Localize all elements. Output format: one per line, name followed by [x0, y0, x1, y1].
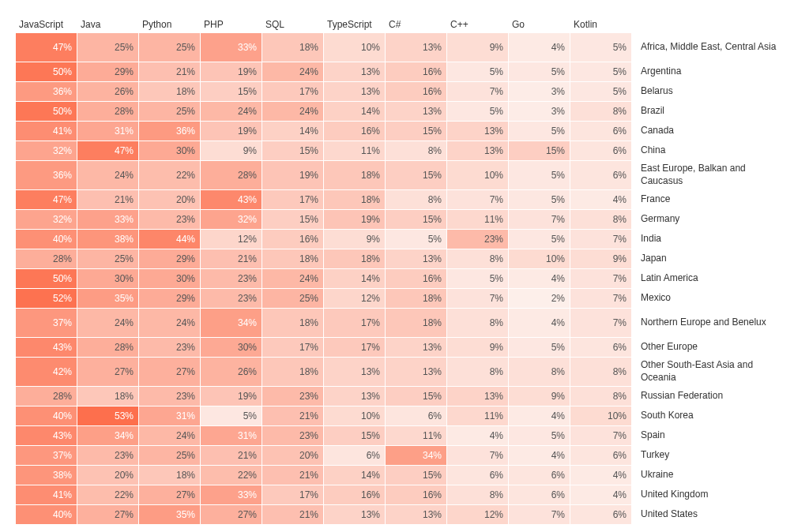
- heatmap-cell[interactable]: 35%: [77, 289, 138, 308]
- heatmap-cell[interactable]: 3%: [509, 82, 570, 101]
- heatmap-cell[interactable]: 6%: [570, 161, 631, 189]
- heatmap-cell[interactable]: 34%: [201, 309, 262, 337]
- heatmap-cell[interactable]: 10%: [324, 406, 385, 425]
- heatmap-cell[interactable]: 7%: [509, 210, 570, 229]
- heatmap-cell[interactable]: 7%: [570, 309, 631, 337]
- heatmap-cell[interactable]: 16%: [262, 230, 323, 249]
- heatmap-cell[interactable]: 20%: [77, 466, 138, 485]
- heatmap-cell[interactable]: 13%: [386, 102, 446, 121]
- heatmap-cell[interactable]: 14%: [262, 122, 323, 140]
- heatmap-cell[interactable]: 6%: [570, 122, 631, 140]
- heatmap-cell[interactable]: 18%: [139, 82, 200, 101]
- heatmap-cell[interactable]: 23%: [201, 269, 262, 288]
- heatmap-cell[interactable]: 15%: [386, 161, 446, 189]
- heatmap-cell[interactable]: 4%: [570, 466, 631, 485]
- heatmap-cell[interactable]: 32%: [16, 141, 77, 160]
- heatmap-cell[interactable]: 4%: [509, 33, 570, 62]
- heatmap-cell[interactable]: 8%: [447, 358, 508, 386]
- heatmap-cell[interactable]: 13%: [386, 358, 446, 386]
- heatmap-cell[interactable]: 38%: [77, 230, 138, 249]
- heatmap-cell[interactable]: 5%: [386, 230, 446, 249]
- heatmap-cell[interactable]: 10%: [509, 249, 570, 268]
- heatmap-cell[interactable]: 41%: [16, 485, 77, 504]
- heatmap-cell[interactable]: 11%: [447, 406, 508, 425]
- heatmap-cell[interactable]: 28%: [201, 161, 262, 189]
- heatmap-cell[interactable]: 2%: [509, 289, 570, 308]
- heatmap-cell[interactable]: 35%: [139, 505, 200, 524]
- heatmap-cell[interactable]: 9%: [447, 33, 508, 62]
- heatmap-cell[interactable]: 25%: [77, 33, 138, 62]
- heatmap-cell[interactable]: 47%: [77, 141, 138, 160]
- heatmap-cell[interactable]: 43%: [16, 426, 77, 445]
- heatmap-cell[interactable]: 20%: [262, 446, 323, 465]
- heatmap-cell[interactable]: 47%: [16, 190, 77, 209]
- heatmap-cell[interactable]: 5%: [570, 62, 631, 81]
- heatmap-cell[interactable]: 13%: [324, 62, 385, 81]
- heatmap-cell[interactable]: 29%: [139, 289, 200, 308]
- heatmap-cell[interactable]: 15%: [386, 466, 446, 485]
- heatmap-cell[interactable]: 8%: [570, 387, 631, 406]
- heatmap-cell[interactable]: 24%: [77, 161, 138, 189]
- heatmap-cell[interactable]: 17%: [262, 190, 323, 209]
- heatmap-cell[interactable]: 7%: [570, 426, 631, 445]
- heatmap-cell[interactable]: 23%: [139, 338, 200, 357]
- heatmap-cell[interactable]: 16%: [324, 122, 385, 140]
- heatmap-cell[interactable]: 9%: [447, 338, 508, 357]
- heatmap-cell[interactable]: 23%: [139, 210, 200, 229]
- heatmap-cell[interactable]: 31%: [139, 406, 200, 425]
- heatmap-cell[interactable]: 5%: [509, 122, 570, 140]
- heatmap-cell[interactable]: 4%: [570, 485, 631, 504]
- heatmap-cell[interactable]: 18%: [324, 249, 385, 268]
- heatmap-cell[interactable]: 5%: [447, 102, 508, 121]
- heatmap-cell[interactable]: 18%: [262, 309, 323, 337]
- heatmap-cell[interactable]: 13%: [324, 82, 385, 101]
- heatmap-cell[interactable]: 28%: [16, 249, 77, 268]
- heatmap-cell[interactable]: 18%: [139, 466, 200, 485]
- heatmap-cell[interactable]: 5%: [509, 338, 570, 357]
- heatmap-cell[interactable]: 36%: [139, 122, 200, 140]
- heatmap-cell[interactable]: 5%: [447, 269, 508, 288]
- heatmap-cell[interactable]: 15%: [324, 426, 385, 445]
- heatmap-cell[interactable]: 22%: [77, 485, 138, 504]
- heatmap-cell[interactable]: 13%: [324, 387, 385, 406]
- heatmap-cell[interactable]: 27%: [77, 358, 138, 386]
- heatmap-cell[interactable]: 13%: [386, 249, 446, 268]
- heatmap-cell[interactable]: 13%: [447, 387, 508, 406]
- heatmap-cell[interactable]: 4%: [570, 190, 631, 209]
- heatmap-cell[interactable]: 17%: [324, 309, 385, 337]
- heatmap-cell[interactable]: 9%: [201, 141, 262, 160]
- heatmap-cell[interactable]: 15%: [262, 141, 323, 160]
- heatmap-cell[interactable]: 24%: [77, 309, 138, 337]
- heatmap-cell[interactable]: 23%: [447, 230, 508, 249]
- heatmap-cell[interactable]: 31%: [77, 122, 138, 140]
- heatmap-cell[interactable]: 7%: [447, 82, 508, 101]
- heatmap-cell[interactable]: 15%: [386, 210, 446, 229]
- heatmap-cell[interactable]: 12%: [324, 289, 385, 308]
- heatmap-cell[interactable]: 16%: [386, 485, 446, 504]
- heatmap-cell[interactable]: 21%: [139, 62, 200, 81]
- heatmap-cell[interactable]: 14%: [324, 466, 385, 485]
- heatmap-cell[interactable]: 19%: [262, 161, 323, 189]
- heatmap-cell[interactable]: 15%: [386, 122, 446, 140]
- heatmap-cell[interactable]: 6%: [570, 141, 631, 160]
- heatmap-cell[interactable]: 37%: [16, 446, 77, 465]
- heatmap-cell[interactable]: 23%: [262, 426, 323, 445]
- heatmap-cell[interactable]: 6%: [447, 466, 508, 485]
- heatmap-cell[interactable]: 5%: [509, 230, 570, 249]
- heatmap-cell[interactable]: 30%: [139, 269, 200, 288]
- heatmap-cell[interactable]: 21%: [201, 446, 262, 465]
- heatmap-cell[interactable]: 10%: [447, 161, 508, 189]
- heatmap-cell[interactable]: 18%: [324, 161, 385, 189]
- heatmap-cell[interactable]: 13%: [386, 33, 446, 62]
- heatmap-cell[interactable]: 27%: [77, 505, 138, 524]
- heatmap-cell[interactable]: 32%: [201, 210, 262, 229]
- heatmap-cell[interactable]: 33%: [201, 485, 262, 504]
- heatmap-cell[interactable]: 3%: [509, 102, 570, 121]
- heatmap-cell[interactable]: 24%: [139, 309, 200, 337]
- heatmap-cell[interactable]: 13%: [386, 338, 446, 357]
- heatmap-cell[interactable]: 8%: [509, 358, 570, 386]
- heatmap-cell[interactable]: 8%: [570, 210, 631, 229]
- heatmap-cell[interactable]: 9%: [324, 230, 385, 249]
- heatmap-cell[interactable]: 6%: [509, 466, 570, 485]
- heatmap-cell[interactable]: 20%: [139, 190, 200, 209]
